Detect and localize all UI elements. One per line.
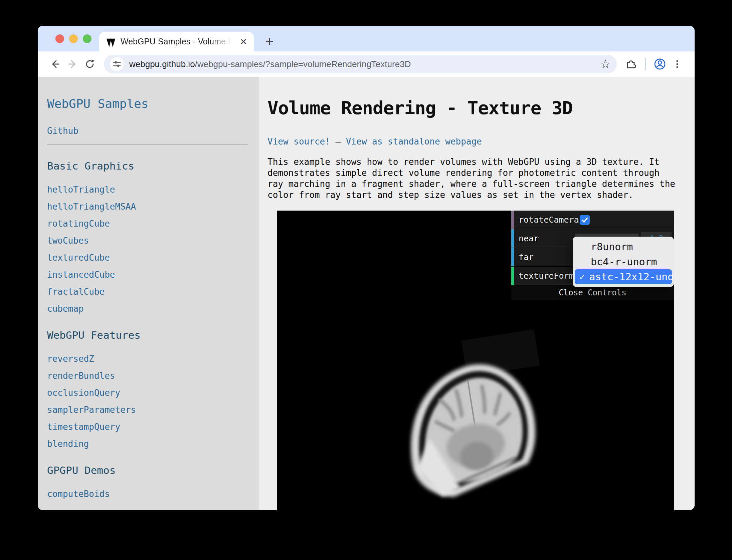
github-link[interactable]: Github xyxy=(47,126,78,136)
browser-toolbar: webgpu.github.io/webgpu-samples/?sample=… xyxy=(38,51,695,77)
section-heading-gpgpu-demos: GPGPU Demos xyxy=(47,464,249,476)
zoom-window-button[interactable] xyxy=(83,34,92,43)
sample-links-row: View source! – View as standalone webpag… xyxy=(267,136,695,147)
sidebar-divider xyxy=(47,144,247,145)
sidebar-item-twoCubes[interactable]: twoCubes xyxy=(47,236,249,246)
sidebar-item-computeBoids[interactable]: computeBoids xyxy=(47,489,249,499)
forward-arrow-icon xyxy=(67,58,78,70)
sidebar-item-cubemap[interactable]: cubemap xyxy=(47,304,249,314)
sample-description: This example shows how to render volumes… xyxy=(267,157,677,201)
sidebar-item-fractalCube[interactable]: fractalCube xyxy=(47,287,249,297)
close-tab-icon[interactable]: ✕ xyxy=(240,37,247,46)
page-content: WebGPU Samples Github Basic Graphics hel… xyxy=(38,77,695,510)
dropdown-option-bc4-r-unorm[interactable]: bc4-r-unorm xyxy=(575,254,672,269)
sidebar-item-helloTriangleMSAA[interactable]: helloTriangleMSAA xyxy=(47,202,249,212)
webgpu-favicon-icon xyxy=(106,37,116,47)
minimize-window-button[interactable] xyxy=(69,34,78,43)
dropdown-option-label: astc-12x12-unorm xyxy=(589,271,674,283)
sample-main: Volume Rendering - Texture 3D View sourc… xyxy=(259,77,695,510)
selected-check-icon: ✓ xyxy=(579,272,585,282)
option-accent-stripe xyxy=(511,267,514,285)
webgpu-canvas[interactable]: rotateCamera near 4.2 xyxy=(277,211,674,510)
sidebar-item-samplerParameters[interactable]: samplerParameters xyxy=(47,405,249,415)
extensions-puzzle-icon xyxy=(625,58,637,70)
dropdown-option-astc-12x12-unorm[interactable]: ✓ astc-12x12-unorm xyxy=(575,269,672,284)
browser-menu-button[interactable] xyxy=(669,55,686,73)
extensions-button[interactable] xyxy=(622,55,639,73)
sidebar-item-renderBundles[interactable]: renderBundles xyxy=(47,371,249,381)
url-path: /webgpu-samples/?sample=volumeRenderingT… xyxy=(195,59,411,69)
back-button[interactable] xyxy=(46,55,64,73)
profile-avatar-icon xyxy=(654,58,666,70)
sidebar-title: WebGPU Samples xyxy=(47,97,249,110)
gui-row-rotateCamera[interactable]: rotateCamera xyxy=(511,211,674,229)
browser-window: WebGPU Samples - Volume R ✕ + xyxy=(38,26,695,510)
sidebar-item-helloTriangle[interactable]: helloTriangle xyxy=(47,185,249,195)
forward-button[interactable] xyxy=(64,55,81,73)
profile-button[interactable] xyxy=(651,55,669,73)
url-bar[interactable]: webgpu.github.io/webgpu-samples/?sample=… xyxy=(104,55,617,73)
site-settings-icon[interactable] xyxy=(110,57,124,71)
texture-format-dropdown: r8unorm bc4-r-unorm ✓ astc-12x12-unorm xyxy=(573,237,674,287)
three-dot-menu-icon xyxy=(672,58,683,70)
view-source-link[interactable]: View source! xyxy=(267,136,330,147)
sidebar-item-texturedCube[interactable]: texturedCube xyxy=(47,253,249,263)
gui-label-near: near xyxy=(519,234,539,243)
toolbar-separator xyxy=(645,58,646,70)
sidebar-item-rotatingCube[interactable]: rotatingCube xyxy=(47,219,249,229)
browser-tab[interactable]: WebGPU Samples - Volume R ✕ xyxy=(99,32,254,51)
new-tab-button[interactable]: + xyxy=(261,33,278,50)
bookmark-star-icon[interactable]: ☆ xyxy=(600,57,611,71)
reload-button[interactable] xyxy=(81,55,99,73)
samples-sidebar: WebGPU Samples Github Basic Graphics hel… xyxy=(38,77,259,510)
sidebar-item-instancedCube[interactable]: instancedCube xyxy=(47,270,249,280)
url-host: webgpu.github.io xyxy=(129,59,195,69)
tab-strip: WebGPU Samples - Volume R ✕ + xyxy=(38,26,695,51)
sidebar-item-reversedZ[interactable]: reversedZ xyxy=(47,354,249,364)
url-text[interactable]: webgpu.github.io/webgpu-samples/?sample=… xyxy=(129,59,597,69)
number-accent-stripe xyxy=(511,229,514,248)
dropdown-option-r8unorm[interactable]: r8unorm xyxy=(575,239,672,254)
close-window-button[interactable] xyxy=(55,34,64,43)
sidebar-item-blending[interactable]: blending xyxy=(47,439,249,449)
boolean-accent-stripe xyxy=(511,211,514,229)
checkmark-icon xyxy=(581,216,589,224)
section-heading-webgpu-features: WebGPU Features xyxy=(47,329,249,341)
gui-label-far: far xyxy=(519,252,534,262)
section-heading-basic-graphics: Basic Graphics xyxy=(47,160,249,172)
rotateCamera-checkbox[interactable] xyxy=(580,215,590,225)
brain-mri-render xyxy=(378,346,561,510)
back-arrow-icon xyxy=(49,58,61,70)
tab-title: WebGPU Samples - Volume R xyxy=(121,37,235,46)
sidebar-item-timestampQuery[interactable]: timestampQuery xyxy=(47,422,249,432)
number-accent-stripe xyxy=(511,248,514,266)
link-separator: – xyxy=(336,136,341,147)
standalone-webpage-link[interactable]: View as standalone webpage xyxy=(346,136,482,147)
close-controls-button[interactable]: Close Controls xyxy=(511,285,674,300)
page-title: Volume Rendering - Texture 3D xyxy=(267,97,695,118)
reload-icon xyxy=(84,58,96,70)
sidebar-item-occlusionQuery[interactable]: occlusionQuery xyxy=(47,388,249,398)
gui-label-rotateCamera: rotateCamera xyxy=(519,215,579,225)
traffic-lights xyxy=(55,34,92,43)
